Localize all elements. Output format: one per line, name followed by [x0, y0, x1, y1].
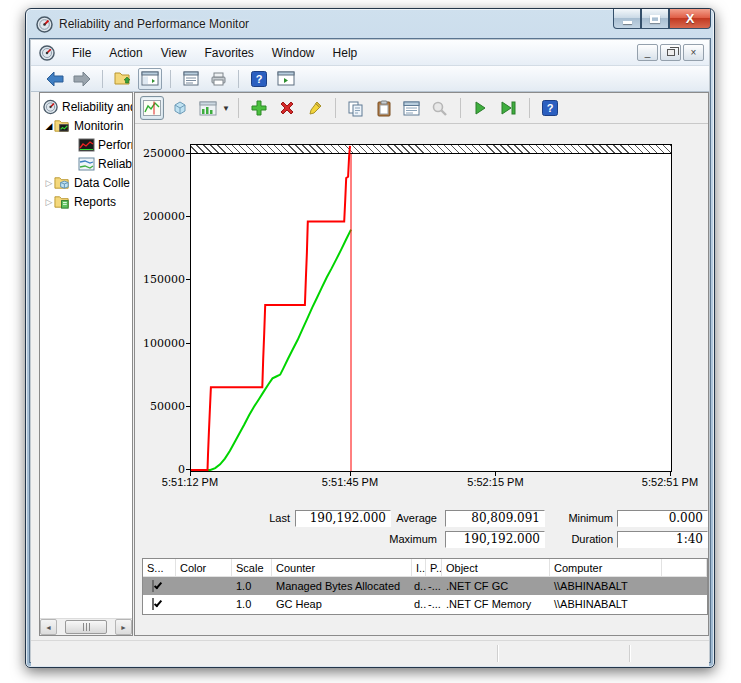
play-icon	[473, 100, 488, 116]
perfmon-gauge-icon	[42, 99, 59, 115]
graph-type-dropdown-caret[interactable]: ▼	[222, 104, 230, 113]
maximize-button[interactable]	[641, 9, 669, 29]
menu-help[interactable]: Help	[324, 42, 367, 64]
y-axis-label: 0	[137, 463, 185, 476]
tree-item-data-collector-sets[interactable]: ▷ Data Colle	[40, 173, 132, 192]
column-parent[interactable]: P...	[426, 559, 442, 577]
collapsed-arrow-icon[interactable]: ▷	[44, 178, 54, 188]
menu-view[interactable]: View	[152, 42, 196, 64]
tree-item-label: Reliabi	[98, 157, 132, 171]
series-line-gc-heap	[191, 146, 350, 470]
tree-item-monitoring-tools[interactable]: ◢ Monitorin	[40, 116, 132, 135]
collapsed-arrow-icon[interactable]: ▷	[44, 197, 54, 207]
plot-area[interactable]	[190, 144, 672, 472]
view-current-activity-button[interactable]	[140, 96, 164, 120]
minimize-button[interactable]	[613, 9, 641, 29]
view-log-data-button[interactable]	[168, 96, 192, 120]
up-one-level-button[interactable]	[111, 68, 135, 90]
console-tree-icon	[141, 71, 159, 86]
show-checkbox[interactable]	[152, 598, 154, 610]
stat-last-label: Last	[230, 510, 290, 526]
console-snapin-icon	[39, 45, 55, 61]
copy-properties-button[interactable]	[344, 96, 368, 120]
copy-icon	[347, 100, 364, 117]
freeze-display-button[interactable]	[469, 96, 493, 120]
show-hide-action-pane-button[interactable]	[274, 68, 298, 90]
scrollbar-thumb[interactable]	[65, 620, 107, 634]
tree-item-reliability-root[interactable]: Reliability and	[40, 97, 132, 116]
column-color[interactable]: Color	[176, 559, 232, 577]
tree-item-performance-monitor[interactable]: Perform	[40, 135, 132, 154]
y-axis-tick	[186, 216, 190, 217]
help-button[interactable]: ?	[247, 68, 271, 90]
y-axis-label: 50000	[137, 400, 185, 413]
log-cube-icon	[171, 100, 189, 116]
forward-button[interactable]	[70, 68, 94, 90]
scroll-right-button[interactable]: ►	[115, 619, 132, 635]
back-button[interactable]	[43, 68, 67, 90]
properties-button[interactable]	[400, 96, 424, 120]
tree-horizontal-scrollbar[interactable]: ◄ ►	[40, 618, 132, 635]
counter-table-header[interactable]: S... Color Scale Counter I... P... Objec…	[143, 559, 707, 577]
action-pane-icon	[277, 71, 295, 86]
help-topics-button[interactable]	[206, 68, 230, 90]
computer-cell: \\ABHINABALT	[550, 580, 662, 592]
tree-item-label: Perform	[98, 138, 132, 152]
titlebar[interactable]: Reliability and Performance Monitor X	[26, 9, 714, 39]
highlight-button[interactable]	[303, 96, 327, 120]
mdi-minimize-button[interactable]: _	[637, 44, 658, 61]
color-cell	[176, 598, 232, 610]
check-icon	[154, 581, 162, 590]
menu-file[interactable]: File	[63, 42, 100, 64]
tree-item-reports[interactable]: ▷ Reports	[40, 192, 132, 211]
x-axis-tick	[670, 472, 671, 476]
chart-help-button[interactable]: ?	[538, 96, 562, 120]
toolbar-separator	[238, 70, 239, 88]
counter-row-gc-heap[interactable]: 1.0 GC Heap d... -... .NET CF Memory \\A…	[143, 595, 707, 613]
stat-duration-label: Duration	[541, 531, 613, 547]
zoom-button[interactable]	[428, 96, 452, 120]
menu-window[interactable]: Window	[263, 42, 324, 64]
mdi-close-button[interactable]: ×	[683, 44, 704, 61]
help-icon: ?	[542, 100, 558, 116]
column-show[interactable]: S...	[143, 559, 176, 577]
performance-monitor-pane: ▼	[134, 92, 709, 636]
tree-item-reliability-monitor[interactable]: Reliabi	[40, 154, 132, 173]
expanded-arrow-icon[interactable]: ◢	[44, 121, 54, 131]
parent-cell: -...	[426, 580, 442, 592]
x-axis-tick	[495, 472, 496, 476]
show-hide-console-tree-button[interactable]	[138, 68, 162, 90]
chart-toolbar-separator	[460, 98, 461, 118]
column-instance[interactable]: I...	[412, 559, 426, 577]
paste-counter-list-button[interactable]	[372, 96, 396, 120]
chart-body: 250000 200000 150000 100000 50000 0 5:51…	[135, 124, 708, 635]
export-list-button[interactable]	[179, 68, 203, 90]
computer-cell: \\ABHINABALT	[550, 598, 662, 610]
mdi-restore-button[interactable]	[660, 44, 681, 61]
color-cell	[176, 580, 232, 592]
stat-maximum-value: 190,192.000	[445, 531, 545, 548]
graph-type-icon	[199, 101, 217, 116]
column-scale[interactable]: Scale	[232, 559, 272, 577]
y-axis-label: 100000	[137, 337, 185, 350]
column-object[interactable]: Object	[442, 559, 550, 577]
menu-favorites[interactable]: Favorites	[196, 42, 263, 64]
scroll-left-button[interactable]: ◄	[40, 619, 57, 635]
y-axis-tick	[186, 406, 190, 407]
column-computer[interactable]: Computer	[550, 559, 662, 577]
reports-folder-icon	[54, 194, 71, 210]
menu-action[interactable]: Action	[100, 42, 151, 64]
counter-row-managed-bytes[interactable]: 1.0 Managed Bytes Allocated d... -... .N…	[143, 577, 707, 595]
delete-counter-button[interactable]	[275, 96, 299, 120]
counter-table: S... Color Scale Counter I... P... Objec…	[142, 558, 708, 615]
scale-cell: 1.0	[232, 598, 272, 610]
object-cell: .NET CF Memory	[442, 598, 550, 610]
column-counter[interactable]: Counter	[272, 559, 412, 577]
tree-item-label: Reports	[74, 195, 116, 209]
stat-duration-value: 1:40	[617, 531, 708, 548]
change-graph-type-button[interactable]	[196, 96, 220, 120]
close-button[interactable]: X	[669, 9, 711, 29]
update-data-button[interactable]	[497, 96, 521, 120]
show-checkbox[interactable]	[152, 580, 154, 592]
add-counter-button[interactable]	[247, 96, 271, 120]
